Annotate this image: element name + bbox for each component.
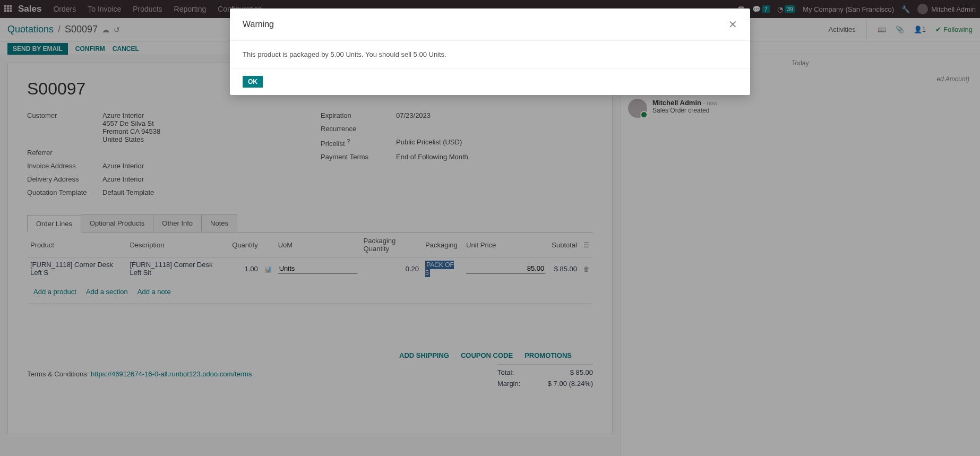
- modal-body: This product is packaged by 5.00 Units. …: [230, 41, 750, 68]
- warning-modal: Warning ✕ This product is packaged by 5.…: [230, 8, 750, 95]
- ok-button[interactable]: OK: [243, 76, 263, 88]
- modal-title: Warning: [243, 20, 274, 29]
- close-icon[interactable]: ✕: [728, 18, 737, 31]
